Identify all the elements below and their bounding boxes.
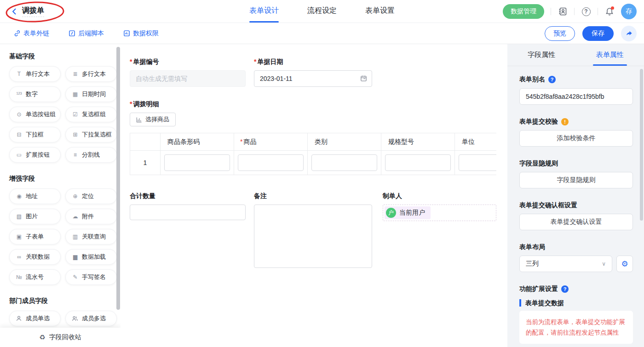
select-icon: ⊟ — [16, 131, 23, 138]
tab-form-properties[interactable]: 表单属性 — [576, 44, 644, 66]
confirm-box-button[interactable]: 表单提交确认设置 — [519, 214, 633, 230]
data-permission-link[interactable]: 数据权限 — [123, 29, 159, 38]
calendar-icon[interactable] — [360, 75, 367, 82]
field-total-qty[interactable]: 合计数量 — [130, 192, 246, 220]
chevron-down-icon: ∨ — [602, 261, 606, 267]
notification-dot — [611, 6, 614, 10]
spec-cell-input[interactable] — [385, 154, 451, 171]
field-divider[interactable]: ≡分割线 — [65, 147, 117, 163]
submit-data-section: 表单提交数据 — [519, 299, 633, 307]
field-detail-subform[interactable]: *调拨明细 选择商品 商品条形码 *商品 类别 规格型号 单位 — [130, 100, 502, 175]
toolbar-right: 预览 保存 — [545, 26, 637, 41]
field-serial-number[interactable]: №流水号 — [9, 269, 61, 285]
single-line-text-icon: T — [16, 71, 23, 77]
field-location[interactable]: ⊕定位 — [65, 188, 117, 204]
header-tabs: 表单设计 流程设定 表单设置 — [249, 0, 395, 23]
page-title: 调拨单 — [22, 6, 44, 17]
section-title-member: 部门成员字段 — [9, 297, 112, 305]
submit-data-warning: 当前为流程表单，表单提交功能扩展 的配置，请前往流程发起节点属性 — [519, 311, 633, 344]
panel-scrollbar[interactable] — [640, 69, 643, 221]
form-external-link[interactable]: 表单外链 — [14, 29, 49, 38]
tab-flow-setting[interactable]: 流程设定 — [307, 0, 337, 23]
panel-tabs: 字段属性 表单属性 — [507, 44, 644, 66]
field-data-load[interactable]: ▆数据加载 — [65, 249, 117, 265]
attachment-icon: ☁ — [72, 213, 79, 220]
detail-table-header: 商品条形码 *商品 类别 规格型号 单位 — [130, 133, 497, 151]
tab-form-setting[interactable]: 表单设置 — [365, 0, 395, 23]
subform-icon: ▣ — [16, 233, 23, 240]
add-validation-button[interactable]: 添加校验条件 — [519, 130, 633, 147]
field-checkbox-group[interactable]: ☑复选框组 — [65, 107, 117, 122]
extension-help-icon[interactable]: ? — [561, 285, 569, 293]
member-multi-icon — [72, 315, 79, 322]
form-canvas[interactable]: *单据编号 *单据日期 *调拨明细 选择商品 — [121, 44, 507, 347]
serial-number-icon: № — [16, 274, 23, 280]
field-related-query[interactable]: ▥关联查询 — [65, 229, 117, 245]
field-single-line-text[interactable]: T单行文本 — [9, 66, 61, 82]
tab-field-properties[interactable]: 字段属性 — [507, 44, 576, 66]
category-cell-input[interactable] — [311, 154, 377, 171]
script-icon — [69, 30, 75, 37]
back-icon[interactable] — [10, 7, 18, 16]
backend-script-link[interactable]: 后端脚本 — [69, 29, 104, 38]
detail-label: 调拨明细 — [133, 100, 159, 108]
field-extend-button[interactable]: ▭扩展按钮 — [9, 147, 61, 163]
sidebar-scrollbar[interactable] — [116, 47, 120, 310]
field-subform[interactable]: ▣子表单 — [9, 229, 61, 245]
user-avatar[interactable]: 存 — [621, 4, 637, 19]
field-recycle-bin[interactable]: ♻ 字段回收站 — [0, 328, 121, 347]
save-button[interactable]: 保存 — [582, 26, 614, 41]
data-load-icon: ▆ — [72, 254, 79, 260]
field-attachment[interactable]: ☁附件 — [65, 209, 117, 224]
total-qty-input[interactable] — [130, 205, 246, 220]
form-alias-label: 表单别名 ? — [519, 75, 633, 84]
field-address[interactable]: ◉地址 — [9, 188, 61, 204]
field-doc-date[interactable]: *单据日期 — [254, 58, 372, 87]
field-number[interactable]: ¹²³数字 — [9, 86, 61, 102]
recycle-icon: ♻ — [39, 333, 45, 341]
field-member-multi[interactable]: 成员多选 — [65, 311, 117, 326]
field-multi-select[interactable]: ⊞下拉复选框 — [65, 127, 117, 142]
field-maker[interactable]: 制单人 户 当前用户 — [383, 192, 496, 221]
doc-date-input[interactable] — [254, 70, 372, 87]
visibility-rules-button[interactable]: 字段显隐规则 — [519, 172, 633, 188]
alias-help-icon[interactable]: ? — [548, 76, 556, 83]
field-multi-line-text[interactable]: ≣多行文本 — [65, 66, 117, 82]
form-alias-input[interactable] — [519, 88, 633, 105]
share-icon — [625, 29, 633, 37]
layout-select[interactable]: 三列 ∨ — [519, 256, 612, 272]
field-signature[interactable]: ✎手写签名 — [65, 269, 117, 285]
field-select[interactable]: ⊟下拉框 — [9, 127, 61, 142]
col-category: 类别 — [308, 133, 381, 151]
data-manage-button[interactable]: 数据管理 — [503, 4, 544, 19]
product-cell-input[interactable] — [238, 154, 304, 171]
field-image[interactable]: ▧图片 — [9, 209, 61, 224]
header-right: 数据管理 ? 存 — [503, 0, 637, 23]
contacts-icon[interactable] — [558, 6, 568, 17]
multi-line-text-icon: ≣ — [72, 71, 79, 77]
notification-bell-icon[interactable] — [604, 6, 615, 17]
field-sidebar: 基础字段 T单行文本 ≣多行文本 ¹²³数字 ▦日期时间 ⊙单选按钮组 ☑复选框… — [0, 44, 121, 347]
preview-button[interactable]: 预览 — [545, 26, 575, 41]
remark-textarea[interactable] — [254, 205, 372, 268]
checkbox-group-icon: ☑ — [72, 111, 79, 118]
field-datetime[interactable]: ▦日期时间 — [65, 86, 117, 102]
select-product-button[interactable]: 选择商品 — [130, 113, 176, 126]
total-qty-label: 合计数量 — [130, 192, 155, 199]
field-radio-group[interactable]: ⊙单选按钮组 — [9, 107, 61, 122]
divider-icon: ≡ — [72, 152, 79, 158]
validation-warn-icon[interactable]: ! — [561, 118, 569, 125]
maker-value-box[interactable]: 户 当前用户 — [383, 205, 496, 221]
current-user-tag[interactable]: 户 当前用户 — [385, 206, 431, 219]
help-icon[interactable]: ? — [581, 6, 591, 17]
layout-gear-button[interactable]: ⚙ — [616, 256, 633, 272]
share-button[interactable] — [621, 26, 637, 41]
field-remark[interactable]: 备注 — [254, 192, 372, 270]
barcode-cell-input[interactable] — [164, 154, 230, 171]
field-member-single[interactable]: 成员单选 — [9, 311, 61, 326]
doc-number-input[interactable] — [130, 70, 246, 87]
field-doc-number[interactable]: *单据编号 — [130, 58, 246, 87]
tab-form-design[interactable]: 表单设计 — [249, 0, 279, 23]
unit-cell-input[interactable] — [459, 154, 496, 171]
field-related-data[interactable]: ∞关联数据 — [9, 249, 61, 265]
